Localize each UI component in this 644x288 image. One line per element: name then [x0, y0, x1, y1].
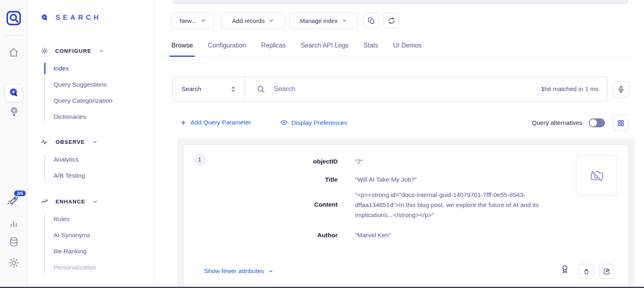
settings-gear-icon[interactable]: [8, 257, 20, 269]
trash-icon: [583, 268, 590, 275]
chevron-down-icon: [200, 18, 206, 23]
award-ribbon-icon[interactable]: [560, 264, 570, 274]
delete-record-button[interactable]: [579, 264, 594, 279]
plus-icon: [180, 119, 187, 126]
voice-search-button[interactable]: [613, 81, 629, 97]
field-value-title: "Will AI Take My Job?": [355, 174, 417, 184]
chevron-down-icon: [342, 18, 347, 23]
sidebar-item-query-suggestions[interactable]: Query Suggestions: [54, 77, 154, 93]
section-enhance[interactable]: ENHANCE: [41, 197, 154, 205]
search-mode-select[interactable]: Search: [173, 77, 245, 101]
grid-icon: [617, 119, 625, 127]
hit-rank-badge: 1: [194, 153, 206, 166]
chevron-down-icon: [92, 199, 98, 205]
new-button-label: New...: [180, 17, 196, 24]
rail-divider: [4, 35, 23, 36]
copy-index-button[interactable]: [363, 13, 379, 28]
select-chevrons-icon: [230, 85, 237, 93]
sidebar-item-re-ranking[interactable]: Re-Ranking: [54, 243, 154, 259]
tab-search-api-logs[interactable]: Search API Logs: [301, 42, 349, 49]
search-input[interactable]: [274, 85, 541, 93]
rail-item-search-active[interactable]: [5, 84, 23, 102]
edit-icon: [603, 268, 610, 275]
record-card: 1 objectID "2" Title "Will AI Take My Jo…: [183, 144, 629, 288]
field-value-objectid: "2": [355, 156, 363, 166]
sidebar-item-ab-testing[interactable]: A/B Testing: [54, 168, 154, 184]
tab-ui-demos[interactable]: UI Demos: [393, 42, 422, 49]
show-fewer-attributes-link[interactable]: Show fewer attributes: [204, 267, 274, 275]
edit-record-button[interactable]: [599, 264, 614, 279]
analytics-bars-icon[interactable]: [8, 218, 19, 229]
product-title: SEARCH: [56, 14, 101, 22]
microphone-icon: [617, 85, 625, 93]
algolia-logo[interactable]: [5, 10, 22, 27]
index-selector-remnant: [173, 0, 628, 4]
camera-off-icon: [590, 169, 603, 182]
add-records-label: Add records: [232, 17, 265, 24]
copy-icon: [367, 17, 375, 25]
sidebar-item-personalization[interactable]: Personalization: [54, 259, 154, 276]
display-preferences-link[interactable]: Display Preferences: [280, 119, 347, 126]
enhance-group: Rules AI Synonyms Re-Ranking Personaliza…: [44, 211, 154, 276]
section-label: CONFIGURE: [55, 48, 91, 54]
manage-index-button[interactable]: Manage index: [289, 12, 358, 29]
section-label: OBSERVE: [56, 139, 85, 145]
search-icon: [256, 85, 266, 94]
field-label-content: Content: [258, 201, 338, 208]
tab-browse[interactable]: Browse: [171, 42, 193, 49]
query-alternatives-label: Query alternatives: [532, 119, 582, 126]
sidebar-item-dictionaries[interactable]: Dictionaries: [54, 109, 154, 125]
tab-bar: Browse Configuration Replicas Search API…: [171, 42, 629, 56]
eye-icon: [280, 119, 288, 126]
search-mode-value: Search: [182, 85, 201, 93]
field-label-title: Title: [258, 176, 338, 183]
sidebar-item-ai-synonyms[interactable]: AI Synonyms: [54, 227, 154, 243]
chevron-down-icon: [92, 139, 98, 145]
home-icon[interactable]: [8, 47, 19, 58]
sidebar-item-rules[interactable]: Rules: [54, 211, 154, 227]
chevron-down-icon: [268, 18, 274, 23]
recommend-bulb-icon[interactable]: [8, 105, 20, 119]
search-bar: Search 1 hit matched in 1 ms: [172, 77, 608, 102]
chevron-up-icon: [268, 268, 274, 274]
tab-replicas[interactable]: Replicas: [261, 42, 286, 49]
field-value-content: "<p><strong id="docs-internal-guid-14079…: [355, 190, 563, 220]
refresh-button[interactable]: [384, 13, 399, 28]
sidebar-item-query-categorization[interactable]: Query Categorization: [54, 93, 154, 109]
icon-rail: 2/5: [0, 0, 28, 288]
tab-stats[interactable]: Stats: [363, 42, 378, 49]
search-product-icon: [41, 14, 49, 22]
chevron-down-icon: [98, 48, 104, 54]
refresh-icon: [388, 17, 395, 25]
add-records-button[interactable]: Add records: [221, 12, 285, 29]
show-fewer-label: Show fewer attributes: [204, 267, 264, 275]
sidebar-item-analytics[interactable]: Analytics: [54, 151, 154, 168]
database-icon[interactable]: [8, 236, 19, 247]
field-label-author: Author: [258, 232, 338, 239]
query-alternatives-toggle[interactable]: [589, 118, 605, 127]
hits-stat: 1 hit matched in 1 ms: [541, 77, 607, 101]
manage-index-label: Manage index: [300, 17, 338, 24]
search-query-area: [245, 77, 541, 101]
trending-up-icon: [41, 197, 49, 205]
hits-text: hit matched in 1 ms: [545, 85, 599, 93]
hits-count: 1: [541, 85, 545, 93]
section-observe[interactable]: OBSERVE: [41, 138, 154, 146]
search-filled-icon: [8, 87, 19, 98]
add-query-parameter-link[interactable]: Add Query Parameter: [180, 119, 251, 126]
toggle-knob: [590, 119, 597, 126]
pulse-icon: [41, 138, 49, 146]
add-query-parameter-label: Add Query Parameter: [190, 119, 251, 126]
gear-icon: [41, 47, 48, 55]
section-configure[interactable]: CONFIGURE: [41, 47, 154, 55]
usage-badge: 2/5: [13, 190, 27, 197]
observe-group: Analytics A/B Testing: [44, 151, 154, 184]
sidebar: SEARCH CONFIGURE Index Query Suggestions…: [28, 0, 154, 288]
layout-grid-button[interactable]: [613, 115, 629, 131]
section-label: ENHANCE: [56, 199, 85, 205]
field-label-objectid: objectID: [258, 158, 338, 165]
display-preferences-label: Display Preferences: [291, 119, 347, 126]
new-button[interactable]: New...: [171, 12, 214, 29]
sidebar-item-index[interactable]: Index: [54, 60, 154, 77]
tab-configuration[interactable]: Configuration: [208, 42, 246, 49]
